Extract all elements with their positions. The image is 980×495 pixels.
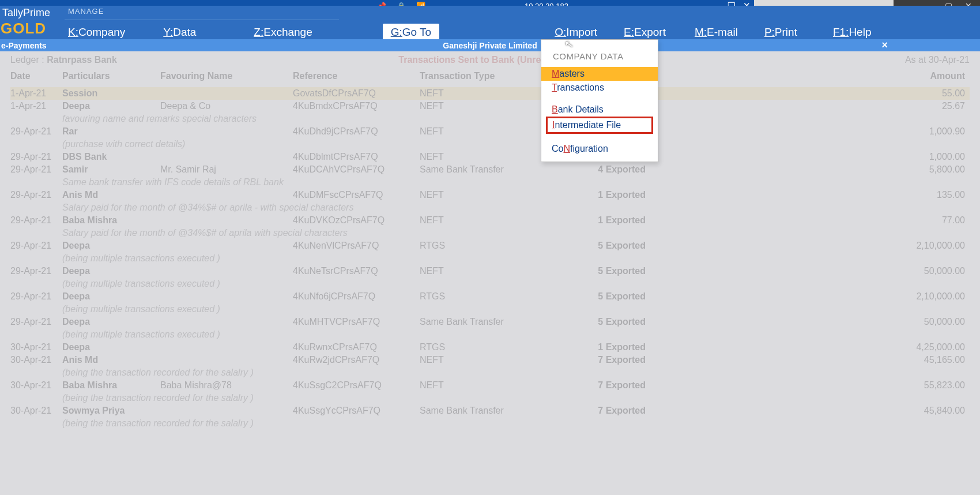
dropdown-item-intermediate-file[interactable]: Intermediate File xyxy=(546,117,653,134)
table-row[interactable]: 29-Apr-21SamirMr. Samir Raj4KuDCAhVCPrsA… xyxy=(10,163,970,176)
table-row[interactable]: 29-Apr-21Deepa4KuMHTVCPrsAF7QSame Bank T… xyxy=(10,316,970,328)
transactions-table: Date Particulars Favouring Name Referenc… xyxy=(10,69,970,430)
table-row-note: (being the transaction recorded for the … xyxy=(10,392,970,404)
table-row-note: (being multiple transactions executed ) xyxy=(10,303,970,316)
table-row-note: (purchase with correct details) xyxy=(10,138,970,151)
menu-underline xyxy=(65,20,339,20)
table-row[interactable]: 29-Apr-21Deepa4KuNeTsrCPrsAF7QNEFT5 Expo… xyxy=(10,265,970,278)
table-row-note: (being the transaction recorded for the … xyxy=(10,366,970,379)
menu-exchange[interactable]: Z:Exchange xyxy=(254,26,312,39)
table-row-note: (being the transaction recorded for the … xyxy=(10,417,970,430)
table-row[interactable]: 30-Apr-21Deepa4KuRwnxCPrsAF7QRTGS1 Expor… xyxy=(10,341,970,354)
table-row[interactable]: 1-Apr-21SessionGovatsDfCPrsAF7QNEFT55.00 xyxy=(10,87,970,100)
dropdown-item-transactions[interactable]: Transactions xyxy=(541,81,658,95)
col-particulars: Particulars xyxy=(62,69,160,87)
brand-menu-bar: TallyPrime GOLD MANAGE K:Company Y:Data … xyxy=(0,6,980,39)
company-name: Ganeshji Private Limited xyxy=(443,41,537,50)
col-favouring: Favouring Name xyxy=(160,69,293,87)
menu-data[interactable]: Y:Data xyxy=(163,26,196,39)
report-asat: As at 30-Apr-21 xyxy=(905,55,970,65)
dropdown-header: COMPANY DATA xyxy=(541,40,658,67)
table-row-note: Salary paid for the month of @34%$# or a… xyxy=(10,201,970,214)
table-row-note: (being multiple transactions executed ) xyxy=(10,252,970,265)
menu-print[interactable]: P:Print xyxy=(764,26,797,39)
table-row-note: favouring name and remarks special chara… xyxy=(10,112,970,125)
table-row[interactable]: 29-Apr-21Rar4KuDhd9jCPrsAF7QNEFT1,000.90 xyxy=(10,125,970,138)
table-row[interactable]: 30-Apr-21Baba MishraBaba Mishra@784KuSsg… xyxy=(10,379,970,392)
report-content: Ledger : Ratnrpass Bank Transactions Sen… xyxy=(0,51,980,495)
ledger-label: Ledger : Ratnrpass Bank xyxy=(10,55,117,65)
menu-company[interactable]: K:Company xyxy=(68,26,125,39)
table-row-note: (being multiple transactions executed ) xyxy=(10,278,970,290)
table-row-note: Same bank transfer with IFS code details… xyxy=(10,176,970,189)
menu-export[interactable]: E:Export xyxy=(624,26,666,39)
breadcrumb-left: e-Payments xyxy=(0,41,47,50)
col-reference: Reference xyxy=(293,69,420,87)
company-strip: e-Payments Ganeshji Private Limited × xyxy=(0,39,980,51)
menu-email[interactable]: M:E-mail xyxy=(695,26,738,39)
brand-line1: TallyPrime xyxy=(2,7,50,19)
table-row[interactable]: 30-Apr-21Sowmya Priya4KuSsgYcCPrsAF7QSam… xyxy=(10,404,970,417)
panel-close-icon[interactable]: × xyxy=(881,39,888,51)
table-row[interactable]: 29-Apr-21Baba Mishra4KuDVKOzCPrsAF7QNEFT… xyxy=(10,214,970,227)
table-row[interactable]: 1-Apr-21DeepaDeepa & Co4KuBmdxCPrsAF7QNE… xyxy=(10,100,970,112)
menu-goto[interactable]: G:Go To xyxy=(383,24,439,41)
table-row[interactable]: 29-Apr-21DBS Bank4KuDblmtCPrsAF7QNEFT1,0… xyxy=(10,151,970,163)
table-row[interactable]: 30-Apr-21Anis Md4KuRw2jdCPrsAF7QNEFT7 Ex… xyxy=(10,354,970,366)
table-row-note: (being multiple transactions executed ) xyxy=(10,328,970,341)
table-row[interactable]: 29-Apr-21Deepa4KuNenVlCPrsAF7QRTGS5 Expo… xyxy=(10,239,970,252)
import-dropdown: COMPANY DATA Masters Transactions Bank D… xyxy=(541,39,658,162)
table-row[interactable]: 29-Apr-21Anis Md4KuDMFscCPrsAF7QNEFT1 Ex… xyxy=(10,189,970,201)
menu-help[interactable]: F1:Help xyxy=(833,26,872,39)
menu-import[interactable]: O:Import xyxy=(555,26,597,39)
dropdown-item-configuration[interactable]: CoNfiguration xyxy=(541,142,658,156)
table-row[interactable]: 29-Apr-21Deepa4KuNfo6jCPrsAF7QRTGS5 Expo… xyxy=(10,290,970,303)
dropdown-item-masters[interactable]: Masters xyxy=(541,67,658,81)
dropdown-item-bank-details[interactable]: Bank Details xyxy=(541,103,658,117)
col-txtype: Transaction Type xyxy=(420,69,552,87)
col-date: Date xyxy=(10,69,62,87)
table-row-note: Salary paid for the month of @34%$# of a… xyxy=(10,227,970,239)
col-amount: Amount xyxy=(650,69,970,87)
manage-label: MANAGE xyxy=(68,7,104,16)
